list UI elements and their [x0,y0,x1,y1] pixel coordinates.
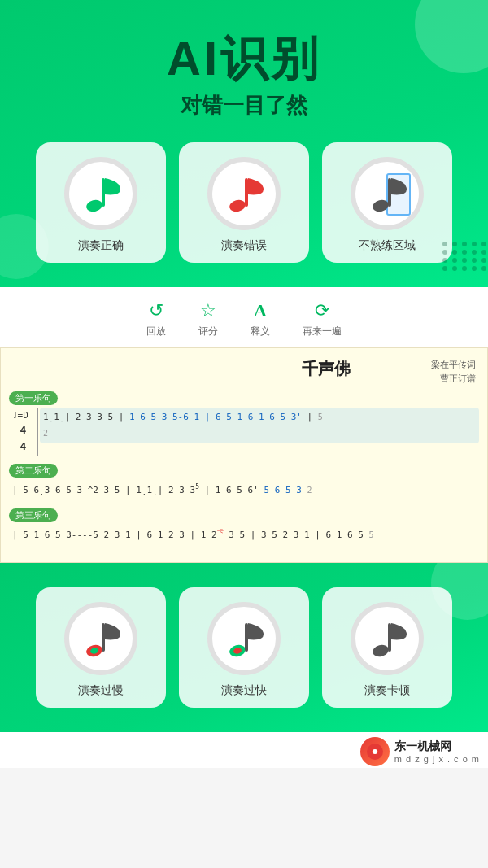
green-note-icon [81,170,120,217]
toolbar-score[interactable]: ☆ 评分 [198,300,218,338]
sub-title: 对错一目了然 [16,91,472,120]
red-note-icon [224,170,264,217]
top-section: AI识别 对错一目了然 演奏正确 演奏错误 [0,0,488,287]
card-correct-icon-wrap [64,157,137,230]
main-title: AI识别 [16,33,472,85]
svg-point-12 [372,643,390,659]
dark-note-icon [368,170,407,217]
toolbar-replay[interactable]: ↺ 回放 [146,300,166,338]
notation-line-1a: 1̣ 1̣ | 2 3 3 5 | 1 6 5 3 5-6 1 | 6 5 1 … [40,408,479,443]
toolbar: ↺ 回放 ☆ 评分 A 释义 ⟳ 再来一遍 [0,287,488,347]
repeat-label: 再来一遍 [303,325,342,338]
svg-point-2 [229,198,247,213]
section-tag-1: 第一乐句 [9,391,58,405]
music-section-3: 第三乐句 | 5 1 6 5 3----5 2 3 1 | 6 1 2 3 | … [9,507,479,544]
replay-label: 回放 [146,325,166,338]
card-stutter: 演奏卡顿 [322,587,452,708]
sheet-meta-line2: 曹正订谱 [431,372,476,386]
toolbar-repeat[interactable]: ⟳ 再来一遍 [303,300,342,338]
bottom-cards-row: 演奏过慢 演奏过快 演奏卡顿 [16,587,472,708]
sheet-meta-line1: 梁在平传词 [431,358,476,373]
mono-note-icon [368,615,407,662]
toolbar-meaning[interactable]: A 释义 [251,300,270,338]
repeat-icon: ⟳ [315,300,329,321]
svg-point-0 [85,198,104,213]
card-error-icon-wrap [207,157,281,230]
meaning-label: 释义 [251,325,270,338]
section-tag-3: 第三乐句 [9,508,58,522]
card-too-slow: 演奏过慢 [36,587,166,708]
meaning-icon: A [254,300,267,321]
sheet-meta: 梁在平传词 曹正订谱 [431,358,476,386]
top-cards-row: 演奏正确 演奏错误 不熟练区域 [16,142,472,263]
key-sig: ♩=D [12,409,34,423]
time-sig: 44 [12,422,34,454]
svg-point-15 [373,749,377,754]
card-error-label: 演奏错误 [221,238,267,253]
score-label: 评分 [198,325,218,338]
watermark-cn-name: 东一机械网 [394,739,480,754]
svg-rect-8 [102,623,105,652]
music-section-2: 第二乐句 | 5 6̣ 3 6 5 3 ^2 3 5 | 1̣ 1̣ | 2 3… [9,462,479,499]
card-too-fast-icon-wrap [207,602,281,675]
watermark-logo [360,737,390,766]
watermark-name: 东一机械网 m d z g j x . c o m [394,739,480,764]
card-stutter-label: 演奏卡顿 [364,683,410,698]
card-too-slow-icon-wrap [64,602,137,675]
dots-decoration [442,242,488,271]
card-unfamiliar-icon-wrap [351,157,424,230]
card-correct-label: 演奏正确 [78,238,124,253]
watermark-url: m d z g j x . c o m [394,754,480,764]
card-too-fast: 演奏过快 [179,587,309,708]
replay-icon: ↺ [149,300,163,321]
sheet-title: 千声佛 [222,358,432,380]
svg-rect-3 [245,178,248,207]
notation-line-3: | 5 1 6 5 3----5 2 3 1 | 6 1 2 3 | 1 2卡 … [9,525,479,544]
card-unfamiliar-label: 不熟练区域 [359,238,416,253]
score-icon: ☆ [200,300,216,321]
sheet-title-row: 千声佛 梁在平传词 曹正订谱 [9,358,479,386]
card-stutter-icon-wrap [351,602,424,675]
card-too-fast-label: 演奏过快 [221,683,267,698]
card-unfamiliar: 不熟练区域 [322,142,452,263]
notation-line-2: | 5 6̣ 3 6 5 3 ^2 3 5 | 1̣ 1̣ | 2 3 35 |… [9,480,479,499]
section-tag-2: 第二乐句 [9,464,58,478]
bicolor-note-icon-2 [224,615,264,662]
middle-section: ↺ 回放 ☆ 评分 A 释义 ⟳ 再来一遍 千声佛 梁在平传词 曹正订谱 第一乐… [0,287,488,564]
svg-point-4 [372,198,390,213]
bicolor-note-icon-1 [81,615,120,662]
watermark: 东一机械网 m d z g j x . c o m [0,732,488,768]
card-correct: 演奏正确 [36,142,166,263]
svg-rect-5 [388,178,391,207]
svg-rect-11 [245,623,248,652]
svg-rect-13 [388,623,391,652]
watermark-logo-svg [365,742,385,761]
card-too-slow-label: 演奏过慢 [78,683,124,698]
svg-rect-1 [102,178,105,207]
sheet-music-area: 千声佛 梁在平传词 曹正订谱 第一乐句 ♩=D 44 1̣ 1̣ | 2 3 3… [0,347,488,564]
bottom-section: 演奏过慢 演奏过快 演奏卡顿 [0,563,488,732]
music-section-1: 第一乐句 ♩=D 44 1̣ 1̣ | 2 3 3 5 | 1 6 5 3 5-… [9,390,479,456]
card-error: 演奏错误 [179,142,309,263]
